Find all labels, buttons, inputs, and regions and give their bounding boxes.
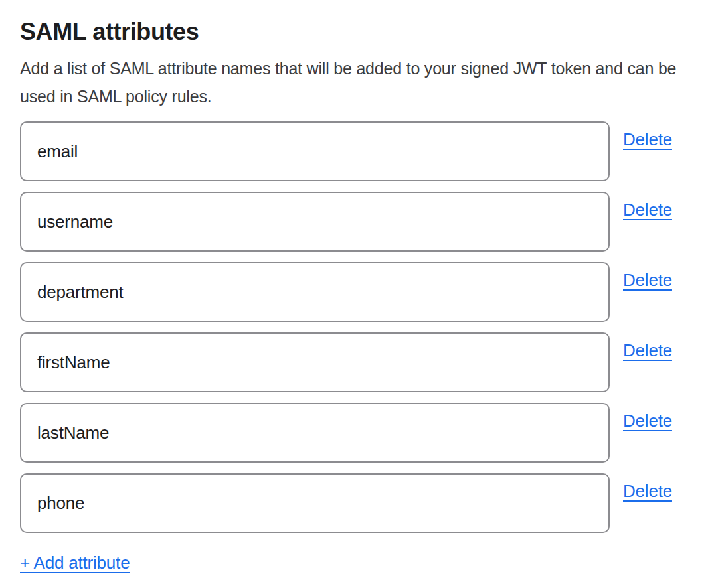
delete-link[interactable]: Delete xyxy=(623,411,672,431)
attribute-row: Delete xyxy=(20,473,688,533)
section-description: Add a list of SAML attribute names that … xyxy=(20,54,687,110)
delete-link[interactable]: Delete xyxy=(623,270,672,291)
delete-link[interactable]: Delete xyxy=(623,481,672,502)
attribute-input[interactable] xyxy=(20,192,610,252)
attribute-row: Delete xyxy=(20,403,688,463)
delete-link[interactable]: Delete xyxy=(623,340,672,361)
attribute-input[interactable] xyxy=(20,121,610,181)
attribute-input[interactable] xyxy=(20,473,610,533)
attribute-row: Delete xyxy=(20,332,688,392)
saml-attributes-section: SAML attributes Add a list of SAML attri… xyxy=(0,0,708,573)
section-title: SAML attributes xyxy=(20,17,688,46)
delete-link[interactable]: Delete xyxy=(623,200,672,220)
attribute-row: Delete xyxy=(20,121,688,181)
attribute-input[interactable] xyxy=(20,332,610,392)
attribute-input[interactable] xyxy=(20,262,610,322)
add-attribute-link[interactable]: + Add attribute xyxy=(20,553,130,573)
delete-link[interactable]: Delete xyxy=(623,129,672,150)
attribute-row: Delete xyxy=(20,192,688,252)
attribute-list: Delete Delete Delete Delete Delete Delet… xyxy=(20,121,688,533)
attribute-row: Delete xyxy=(20,262,688,322)
attribute-input[interactable] xyxy=(20,403,610,463)
